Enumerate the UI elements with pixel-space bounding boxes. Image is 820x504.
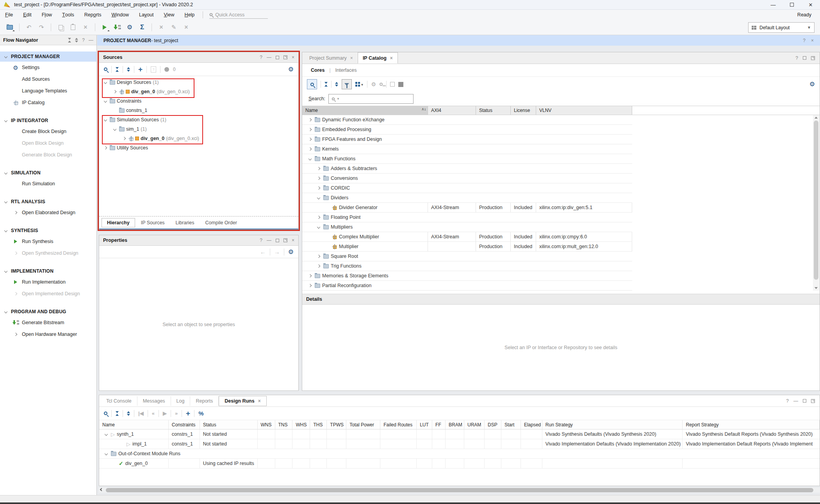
flownav-item-add-sources[interactable]: Add Sources [0, 73, 96, 85]
column-header-bram[interactable]: BRAM [446, 420, 464, 429]
run-button[interactable] [100, 22, 110, 32]
maximize-panel-icon[interactable] [803, 399, 806, 403]
catalog-category-trig-functions[interactable]: Trig Functions [302, 261, 632, 271]
help-icon[interactable]: ? [260, 238, 262, 243]
close-panel-icon[interactable]: × [292, 55, 294, 60]
minimize-button[interactable]: — [764, 0, 783, 9]
sources-tree-item-constraints[interactable]: Constraints [99, 96, 298, 106]
flownav-item-generate-bitstream[interactable]: 0110 Generate Bitstream [0, 317, 96, 328]
open-project-button[interactable] [5, 22, 15, 32]
minimize-panel-icon[interactable]: — [89, 37, 93, 43]
help-icon[interactable]: ? [82, 37, 85, 43]
flownav-item-open-block-design[interactable]: Open Block Design [0, 137, 96, 149]
tab-ip-catalog[interactable]: IP Catalog× [358, 52, 398, 64]
gear-icon[interactable]: ⚙ [809, 81, 815, 87]
flownav-item-settings[interactable]: ⚙ Settings [0, 62, 96, 73]
collapse-all-icon[interactable] [116, 67, 119, 72]
flownav-item-open-elaborated-design[interactable]: Open Elaborated Design [0, 207, 96, 218]
column-header-name[interactable]: Name∧1 [302, 106, 428, 115]
subtab-cores[interactable]: Cores [311, 67, 324, 73]
catalog-search-input[interactable]: ▼ [328, 94, 414, 104]
column-header-total-power[interactable]: Total Power [346, 420, 380, 429]
flownav-item-generate-block-design[interactable]: Generate Block Design [0, 149, 96, 161]
column-header-whs[interactable]: WHS [292, 420, 310, 429]
vertical-scrollbar[interactable] [813, 115, 819, 291]
column-header-status[interactable]: Status [200, 420, 258, 429]
flownav-section-title-project-manager[interactable]: PROJECT MANAGER [0, 51, 96, 62]
horizontal-scrollbar[interactable] [99, 488, 820, 493]
catalog-category-cordic[interactable]: CORDIC [302, 183, 632, 193]
run-row-synth-1[interactable]: ▷synth_1 constrs_1 Not started Vivado Sy… [99, 429, 820, 439]
catalog-category-fpga-features-and-design[interactable]: FPGA Features and Design [302, 135, 632, 144]
catalog-category-kernels[interactable]: Kernels [302, 144, 632, 154]
float-panel-icon[interactable] [811, 399, 815, 403]
sources-tab-compile-order[interactable]: Compile Order [200, 218, 242, 227]
menu-layout[interactable]: Layout [134, 10, 159, 20]
catalog-category-multipliers[interactable]: Multipliers [302, 222, 632, 232]
catalog-category-partial-reconfiguration[interactable]: Partial Reconfiguration [302, 281, 632, 291]
delete-button[interactable]: × [80, 22, 91, 32]
tab-project-summary[interactable]: Project Summary× [305, 52, 358, 64]
results-tab-tcl-console[interactable]: Tcl Console [101, 396, 137, 406]
maximize-button[interactable] [783, 0, 801, 9]
results-tab-messages[interactable]: Messages [137, 396, 171, 406]
undo-button[interactable]: ↶ [24, 22, 34, 32]
results-tab-log[interactable]: Log [171, 396, 191, 406]
menu-edit[interactable]: Edit [18, 10, 37, 20]
settings-button[interactable]: ⚙ [125, 22, 135, 32]
menu-help[interactable]: Help [180, 10, 200, 20]
run-group-out-of-context-module-runs[interactable]: Out-of-Context Module Runs [99, 449, 820, 459]
maximize-panel-icon[interactable] [276, 56, 279, 59]
sources-tree-item-div-gen-0[interactable]: div_gen_0 (div_gen_0.xci) [99, 134, 298, 143]
close-panel-icon[interactable]: × [292, 238, 294, 243]
column-header-axi4[interactable]: AXI4 [428, 106, 476, 115]
flownav-item-open-implemented-design[interactable]: Open Implemented Design [0, 288, 96, 300]
minimize-panel-icon[interactable]: — [793, 398, 798, 404]
generate-bitstream-button[interactable]: 0110 [112, 22, 122, 32]
sources-tree-item-div-gen-0[interactable]: div_gen_0 (div_gen_0.xci) [99, 87, 298, 96]
menu-flow[interactable]: Flow [37, 10, 57, 20]
catalog-category-math-functions[interactable]: Math Functions [302, 154, 632, 164]
subtab-interfaces[interactable]: Interfaces [335, 67, 357, 73]
column-header-elapsed[interactable]: Elapsed [521, 420, 542, 429]
column-header-ff[interactable]: FF [432, 420, 446, 429]
minimize-panel-icon[interactable]: — [267, 55, 271, 60]
sources-tree-item-design-sources[interactable]: Design Sources (1) [99, 78, 298, 87]
close-button[interactable]: ✕ [801, 0, 820, 9]
flownav-item-run-simulation[interactable]: Run Simulation [0, 178, 96, 190]
results-tab-design-runs[interactable]: Design Runs× [219, 396, 266, 406]
column-header-report-strategy[interactable]: Report Strategy [683, 420, 820, 429]
catalog-category-memories-storage-elements[interactable]: Memories & Storage Elements [302, 271, 632, 281]
license-key-icon[interactable] [380, 83, 383, 86]
help-icon[interactable]: ? [803, 38, 806, 43]
menu-view[interactable]: View [159, 10, 180, 20]
percent-icon[interactable]: % [198, 410, 203, 417]
flownav-item-create-block-design[interactable]: Create Block Design [0, 126, 96, 137]
search-icon[interactable] [104, 67, 107, 71]
close-icon[interactable]: × [390, 55, 393, 61]
help-icon[interactable]: ? [786, 398, 789, 404]
expand-all-icon[interactable] [127, 67, 130, 72]
create-run-icon[interactable]: + [186, 410, 190, 417]
sources-tree-item-simulation-sources[interactable]: Simulation Sources (1) [99, 115, 298, 124]
cancel-run-button[interactable]: × [156, 22, 166, 32]
menu-window[interactable]: Window [106, 10, 134, 20]
catalog-category-floating-point[interactable]: Floating Point [302, 213, 632, 222]
minimize-panel-icon[interactable]: — [267, 238, 271, 243]
collapse-all-icon[interactable] [324, 82, 328, 87]
maximize-panel-icon[interactable] [803, 56, 806, 60]
column-header-run-strategy[interactable]: Run Strategy [542, 420, 683, 429]
search-icon[interactable] [104, 412, 107, 415]
sources-tree-item-constrs-1[interactable]: constrs_1 [99, 106, 298, 115]
collapse-all-icon[interactable] [68, 38, 71, 43]
column-header-license[interactable]: License [511, 106, 536, 115]
column-header-dsp[interactable]: DSP [485, 420, 501, 429]
search-toggle-button[interactable] [307, 79, 317, 89]
sources-tree-item-sim-1[interactable]: sim_1 (1) [99, 124, 298, 134]
column-header-uram[interactable]: URAM [464, 420, 485, 429]
catalog-category-conversions[interactable]: Conversions [302, 174, 632, 183]
flownav-section-title-simulation[interactable]: SIMULATION [0, 168, 96, 178]
sources-tab-ip-sources[interactable]: IP Sources [136, 218, 170, 227]
expand-all-icon[interactable] [335, 82, 338, 87]
expand-all-icon[interactable] [75, 38, 78, 43]
